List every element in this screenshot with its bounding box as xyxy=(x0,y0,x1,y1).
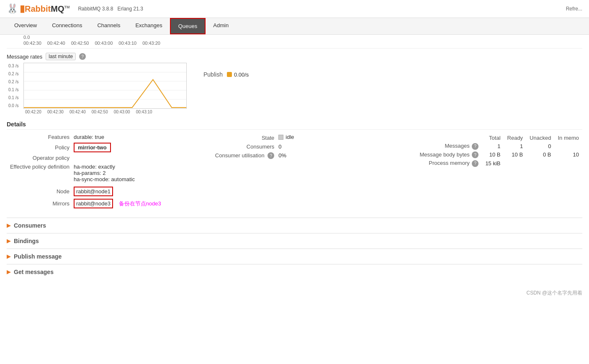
get-messages-header[interactable]: ▶ Get messages xyxy=(7,269,582,275)
state-label: State xyxy=(211,135,278,141)
features-label: Features xyxy=(7,134,74,140)
ha-mode: ha-mode: exactly xyxy=(74,164,135,170)
top-value: 0.0 xyxy=(23,35,582,40)
stats-col-unacked: Unacked xyxy=(526,134,554,142)
nav-connections[interactable]: Connections xyxy=(44,18,90,34)
features-row: Features durable: true xyxy=(7,134,203,140)
consumers-header[interactable]: ▶ Consumers xyxy=(7,222,582,229)
nav-queues[interactable]: Queues xyxy=(170,18,206,34)
x6: 00:43:10 xyxy=(136,110,152,114)
nav-overview[interactable]: Overview xyxy=(7,18,44,34)
features-value: durable: true xyxy=(74,134,104,140)
rates-container: 0.3 /s 0.2 /s 0.2 /s 0.1 /s 0.1 /s 0.0 /… xyxy=(7,63,582,114)
messages-ready: 1 xyxy=(504,142,527,151)
consumer-util-row: Consumer utilisation ? 0% xyxy=(211,152,408,159)
state-text: idle xyxy=(285,134,294,140)
effective-policy-row: Effective policy definition ha-mode: exa… xyxy=(7,164,203,182)
effective-policy-label: Effective policy definition xyxy=(7,164,74,170)
bindings-section: ▶ Bindings xyxy=(7,233,582,249)
stats-col-ready: Ready xyxy=(504,134,527,142)
consumer-util-label: Consumer utilisation ? xyxy=(211,152,278,159)
bindings-arrow: ▶ xyxy=(7,238,10,244)
consumer-util-help-icon[interactable]: ? xyxy=(267,152,274,159)
t6: 00:43:20 xyxy=(142,41,160,46)
publish-color-dot xyxy=(227,72,232,77)
y-axis: 0.3 /s 0.2 /s 0.2 /s 0.1 /s 0.1 /s 0.0 /… xyxy=(7,63,23,109)
collapsible-sections: ▶ Consumers ▶ Bindings ▶ Publish message… xyxy=(7,218,582,279)
messages-row-label: Messages ? xyxy=(417,142,482,151)
message-rates-header: Message rates last minute ? xyxy=(7,53,582,60)
details-stats-col: Total Ready Unacked In memo Messages ? xyxy=(417,134,582,211)
top-chart-area: 0.0 00:42:30 00:42:40 00:42:50 00:43:00 … xyxy=(7,35,582,49)
t1: 00:42:30 xyxy=(23,41,41,46)
erlang-version: Erlang 21.3 xyxy=(117,6,143,12)
consumers-row: Consumers 0 xyxy=(211,144,408,150)
publish-rate-value: 0.00/s xyxy=(234,72,249,78)
consumers-title: Consumers xyxy=(14,222,46,229)
consumers-arrow: ▶ xyxy=(7,223,10,228)
state-value: idle xyxy=(278,134,294,141)
rates-help-icon[interactable]: ? xyxy=(79,53,86,60)
details-title: Details xyxy=(7,121,582,130)
bindings-title: Bindings xyxy=(14,238,39,244)
publish-rate: 0.00/s xyxy=(227,72,249,78)
body-bytes-label: Message body bytes ? xyxy=(417,151,482,159)
body-bytes-total: 10 B xyxy=(482,151,504,159)
policy-label: Policy xyxy=(7,144,74,151)
x5: 00:43:00 xyxy=(114,110,130,114)
node-row: Node rabbit@node1 xyxy=(7,187,203,196)
message-rates-label: Message rates xyxy=(7,54,42,60)
process-mem-ready xyxy=(504,159,527,168)
chart-canvas xyxy=(23,63,187,109)
refresh-link[interactable]: Refre... xyxy=(566,6,582,12)
main-nav: Overview Connections Channels Exchanges … xyxy=(0,18,589,35)
nav-channels[interactable]: Channels xyxy=(90,18,128,34)
y6: 0.0 /s xyxy=(8,103,22,108)
publish-message-header[interactable]: ▶ Publish message xyxy=(7,253,582,260)
process-mem-unacked xyxy=(526,159,554,168)
consumer-util-value: 0% xyxy=(278,152,286,159)
get-messages-section: ▶ Get messages xyxy=(7,264,582,279)
period-badge[interactable]: last minute xyxy=(46,53,76,60)
details-section: Details Features durable: true Policy mi… xyxy=(7,121,582,211)
version-info: RabbitMQ 3.8.8 xyxy=(78,6,113,12)
chart-svg xyxy=(24,63,186,108)
x3: 00:42:40 xyxy=(69,110,86,114)
main-content: 0.0 00:42:30 00:42:40 00:42:50 00:43:00 … xyxy=(0,35,589,286)
messages-help-icon[interactable]: ? xyxy=(472,143,478,150)
get-messages-arrow: ▶ xyxy=(7,269,10,275)
consumers-value: 0 xyxy=(278,144,281,150)
messages-total: 1 xyxy=(482,142,504,151)
body-bytes-unacked: 0 B xyxy=(526,151,554,159)
messages-inmemo xyxy=(554,142,582,151)
stats-col-header-empty xyxy=(417,134,482,142)
publish-label: Publish xyxy=(203,71,223,78)
publish-info: Publish 0.00/s xyxy=(203,71,249,78)
nav-admin[interactable]: Admin xyxy=(206,18,236,34)
stats-col-total: Total xyxy=(482,134,504,142)
stats-table: Total Ready Unacked In memo Messages ? xyxy=(417,134,582,168)
nav-exchanges[interactable]: Exchanges xyxy=(128,18,170,34)
get-messages-title: Get messages xyxy=(14,269,54,275)
node-label: Node xyxy=(7,188,74,195)
body-bytes-help-icon[interactable]: ? xyxy=(472,151,478,158)
process-mem-help-icon[interactable]: ? xyxy=(472,160,478,167)
messages-unacked: 0 xyxy=(526,142,554,151)
operator-policy-label: Operator policy xyxy=(7,155,74,161)
mirrors-label: Mirrors xyxy=(7,200,74,207)
process-mem-inmemo xyxy=(554,159,582,168)
y3: 0.2 /s xyxy=(8,79,22,84)
mirrors-row: Mirrors rabbit@node3 备份在节点node3 xyxy=(7,199,203,208)
stats-col-inmemo: In memo xyxy=(554,134,582,142)
annotation-text: 备份在节点node3 xyxy=(119,200,161,207)
ha-sync: ha-sync-mode: automatic xyxy=(74,176,135,182)
details-left-col: Features durable: true Policy mirrior-tw… xyxy=(7,134,203,211)
top-time-axis: 00:42:30 00:42:40 00:42:50 00:43:00 00:4… xyxy=(23,40,582,46)
bindings-header[interactable]: ▶ Bindings xyxy=(7,238,582,244)
policy-value-highlighted: mirrior-two xyxy=(74,143,111,152)
x2: 00:42:30 xyxy=(47,110,64,114)
t3: 00:42:50 xyxy=(71,41,89,46)
logo-text: RabbitMQTM xyxy=(25,4,69,14)
x4: 00:42:50 xyxy=(92,110,108,114)
mirrors-value-highlighted: rabbit@node3 xyxy=(74,199,113,208)
